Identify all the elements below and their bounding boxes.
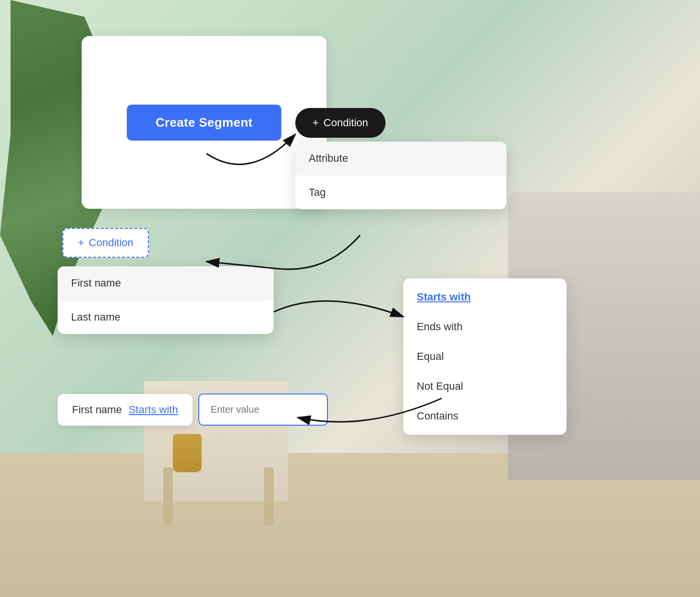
plant-vase-decoration bbox=[173, 434, 202, 472]
operator-contains[interactable]: Contains bbox=[403, 401, 567, 431]
operator-equal[interactable]: Equal bbox=[403, 342, 567, 371]
attribute-name-dropdown: First name Last name bbox=[58, 266, 274, 334]
plus-icon-dashed: + bbox=[78, 237, 84, 249]
condition-type-dropdown: Attribute Tag bbox=[295, 142, 507, 209]
create-segment-panel: Create Segment bbox=[82, 36, 326, 209]
operator-starts-with[interactable]: Starts with bbox=[403, 282, 567, 312]
operator-ends-with[interactable]: Ends with bbox=[403, 312, 567, 342]
condition-row: First name Starts with bbox=[58, 394, 328, 426]
condition-operator-name[interactable]: Starts with bbox=[129, 404, 178, 416]
operator-dropdown: Starts with Ends with Equal Not Equal Co… bbox=[403, 278, 567, 435]
condition-attribute-name: First name bbox=[72, 404, 122, 416]
add-condition-button-dashed[interactable]: + Condition bbox=[62, 228, 149, 258]
dropdown-item-tag[interactable]: Tag bbox=[295, 176, 507, 209]
condition-pill: First name Starts with bbox=[58, 394, 193, 426]
operator-not-equal[interactable]: Not Equal bbox=[403, 371, 567, 401]
condition-value-input[interactable] bbox=[198, 394, 328, 426]
condition-button-black-label: Condition bbox=[324, 117, 368, 129]
add-condition-button-black[interactable]: + Condition bbox=[295, 108, 386, 138]
side-table-leg1 bbox=[163, 467, 173, 525]
dropdown-item-lastname[interactable]: Last name bbox=[58, 300, 274, 334]
create-segment-button[interactable]: Create Segment bbox=[127, 105, 281, 141]
dropdown-item-attribute[interactable]: Attribute bbox=[295, 142, 507, 175]
dropdown-item-firstname[interactable]: First name bbox=[58, 266, 274, 300]
side-table-leg2 bbox=[264, 467, 274, 525]
plus-icon: + bbox=[313, 117, 319, 129]
condition-button-dashed-label: Condition bbox=[89, 237, 133, 249]
